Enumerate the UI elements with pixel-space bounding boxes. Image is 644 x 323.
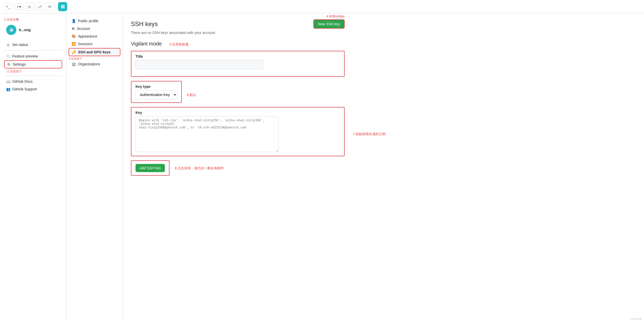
key-section-wrapper: Key 7.粘贴前面生成的公钥: [131, 107, 345, 156]
vigilant-mode-title: Vigilant mode 5.任意取标题: [131, 41, 345, 47]
annotation-3: 3.点击这个: [69, 57, 120, 61]
topbar: >_ + ▾ ◎ ⎇ ✉ ⊞: [0, 0, 644, 13]
docs-icon: 📖: [6, 79, 10, 83]
page-header: SSH keys 4.添加sshkey New SSH key: [131, 19, 345, 29]
sidebar-item-appearance[interactable]: 🎨 Appearance: [69, 33, 120, 40]
key-type-select[interactable]: Authentication Key Signing Key: [135, 90, 177, 99]
key-type-form-group: Key type Authentication Key Signing Key: [135, 85, 177, 99]
annotation-2: 2.点击这个: [7, 69, 22, 74]
sidebar-item-public-profile[interactable]: 👤 Public profile: [69, 17, 120, 25]
title-section: Title: [131, 51, 345, 77]
user-info: ⊞ b...ong: [4, 23, 62, 37]
sessions-icon: 📶: [72, 42, 76, 46]
nav-divider-1: [4, 50, 62, 51]
github-support-item[interactable]: 👥 GitHub Support: [4, 86, 62, 93]
key-form-group: Key: [135, 111, 340, 153]
set-status-item[interactable]: ◎ Set status: [4, 41, 62, 48]
app-logo[interactable]: ⊞: [58, 2, 67, 11]
key-section: Key: [131, 107, 345, 156]
annotation-1: 1.点击头像: [4, 17, 62, 22]
add-btn-box: Add SSH key: [131, 160, 170, 176]
settings-sidebar: 👤 Public profile ⚙ Account 🎨 Appearance …: [66, 13, 123, 323]
plus-menu[interactable]: + ▾: [14, 3, 23, 10]
key-type-wrapper: Key type Authentication Key Signing Key …: [131, 81, 196, 107]
main-layout: 1.点击头像 ⊞ b...ong ◎ Set status ⬡ Feature …: [0, 13, 644, 323]
sidebar-item-organizations[interactable]: 🏢 Organizations: [69, 61, 120, 68]
watermark: CSDN博客: [630, 317, 642, 321]
no-keys-text: There are no SSH keys associated with yo…: [131, 31, 345, 35]
terminal-icon[interactable]: >_: [4, 3, 12, 11]
key-label: Key: [135, 111, 340, 115]
org-icon: 🏢: [72, 62, 76, 66]
pr-icon[interactable]: ⎇: [36, 3, 44, 11]
avatar[interactable]: ⊞: [6, 25, 16, 35]
sidebar-item-sessions[interactable]: 📶 Sessions: [69, 40, 120, 47]
annotation-6: 6.默认: [187, 93, 196, 97]
key-type-section: Key type Authentication Key Signing Key: [131, 81, 182, 103]
sidebar-item-ssh-gpg[interactable]: 🔑 SSH and GPG keys: [69, 48, 120, 56]
key-icon: 🔑: [72, 50, 76, 54]
title-label: Title: [135, 54, 340, 58]
left-panel: 1.点击头像 ⊞ b...ong ◎ Set status ⬡ Feature …: [0, 13, 66, 323]
account-icon: ⚙: [72, 27, 75, 31]
issue-icon[interactable]: ◎: [25, 3, 33, 11]
annotation-7: 7.粘贴前面生成的公钥: [353, 132, 386, 136]
annotation-8: 8.点击添加，成功后一般会有邮件: [175, 166, 224, 170]
add-ssh-key-button[interactable]: Add SSH key: [135, 164, 165, 172]
feature-preview-item[interactable]: ⬡ Feature preview: [4, 53, 62, 60]
new-ssh-key-button[interactable]: New SSH key: [313, 19, 345, 29]
github-docs-item[interactable]: 📖 GitHub Docs: [4, 78, 62, 85]
add-btn-wrapper: Add SSH key 8.点击添加，成功后一般会有邮件: [131, 160, 345, 176]
settings-item[interactable]: ⚙ Settings: [4, 60, 62, 68]
main-content: SSH keys 4.添加sshkey New SSH key There ar…: [123, 13, 353, 323]
page-title: SSH keys: [131, 20, 158, 28]
annotation-4: 4.添加sshkey: [326, 14, 345, 19]
title-form-group: Title: [135, 54, 340, 69]
nav-divider-2: [4, 76, 62, 76]
settings-icon: ⚙: [7, 62, 11, 66]
support-icon: 👥: [6, 87, 10, 91]
feature-icon: ⬡: [6, 54, 10, 58]
key-textarea[interactable]: [135, 116, 279, 152]
username: b...ong: [19, 28, 31, 32]
appearance-icon: 🎨: [72, 34, 76, 38]
inbox-icon[interactable]: ✉: [46, 3, 54, 11]
annotation-5: 5.任意取标题: [169, 42, 189, 46]
profile-icon: 👤: [72, 19, 76, 23]
status-icon: ◎: [6, 43, 10, 47]
key-type-label: Key type: [135, 85, 177, 89]
new-key-wrapper: 4.添加sshkey New SSH key: [313, 19, 345, 29]
settings-wrapper: ⚙ Settings 2.点击这个: [4, 60, 62, 74]
sidebar-item-account[interactable]: ⚙ Account: [69, 25, 120, 32]
title-input[interactable]: [135, 60, 263, 69]
ssh-item-wrapper: 🔑 SSH and GPG keys 3.点击这个: [69, 48, 120, 61]
